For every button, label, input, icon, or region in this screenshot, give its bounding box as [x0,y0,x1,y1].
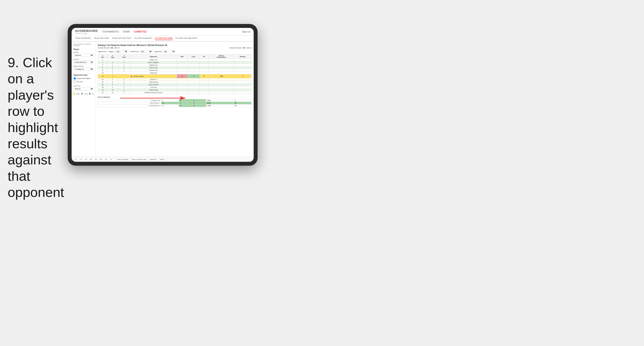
conference-filter-select[interactable]: (All) [139,50,152,53]
division-record: Division Record: 331 - 34 - 6 [230,47,252,49]
division-label: Division [73,58,94,60]
toolbar-refresh[interactable]: ⟳ [84,158,88,161]
subnav-team-summary[interactable]: TEAM SUMMARY [75,37,91,40]
table-row[interactable]: 18 2 2 Luna Lee [98,86,252,89]
toolbar-divider [114,158,115,161]
radio-opponents-played[interactable]: Opponents Played [73,77,94,80]
sign-out-link[interactable]: Sign out [242,30,250,33]
bottom-toolbar: ↩ ↪ ⟳ ⊞ ⊟ ⊕ ⊛ ⏱ View: Original Save Cust… [72,157,254,162]
toolbar-settings[interactable]: ⊛ [104,158,108,161]
logo-text: SCOREBOARD [75,29,98,32]
table-row[interactable]: 3 1 Esther Lee [98,59,252,61]
dot-down-label: Down [76,93,80,95]
record-row: Overall Record: 353 - 34 - 6 Division Re… [98,47,252,49]
nav-teams[interactable]: TEAMS [122,30,130,34]
th-loss: Loss [187,54,200,59]
legend-dots: Down Level Up [73,93,94,95]
left-panel: Last Updated: 27/03/2024 16:55:28 Player… [72,42,96,157]
radio-top100[interactable]: Top 100 [73,80,94,83]
nav-committee[interactable]: COMMITTEE [134,30,146,34]
table-row[interactable]: 6 1 3 Sydney Kuo [98,64,252,66]
toolbar-plus[interactable]: ⊕ [99,158,102,161]
toolbar-grid[interactable]: ⊞ [89,158,92,161]
page-title: Katelyn Vo Head-to-Head Grid for Women's… [98,44,252,46]
filter-opponent: Opponent (All) [154,50,176,53]
dot-up-label: Up [92,93,94,95]
th-div: #Div [98,54,108,59]
toolbar-redo[interactable]: ↪ [79,158,82,161]
filter-row: Opponents: Region (All) Conference (All) [98,50,252,53]
logo-area: SCOREBOARD Powered by clippi [75,29,98,34]
table-row-jessica-huang[interactable]: 13 1 ▶ Jessica Huang 0 1 0 -3.00 2 [98,74,252,78]
th-reg: #Reg [108,54,118,59]
division-select[interactable]: NCAA Division III [73,61,94,64]
subnav-team-h2h-grid[interactable]: TEAM H2H GRID [94,37,109,40]
gender-label: Gender [73,51,94,53]
colour-by-label: Colour by [73,85,94,87]
dot-level-label: Level [84,93,88,95]
th-tie: Tie [200,54,208,59]
annotation-description: Click on a player's row to highlight res… [8,55,64,200]
overall-record: Overall Record: 353 - 34 - 6 [98,47,120,49]
subnav-team-h2h-heatmap[interactable]: TEAM H2H HEATMAP [112,37,132,40]
dot-down [73,93,75,95]
nav-tournaments[interactable]: TOURNAMENTS [102,30,119,34]
gender-select[interactable]: Women's [73,54,94,57]
colour-by-select[interactable]: Win/loss [73,87,94,90]
table-row[interactable]: 15 8 5 Stella Cheng [98,81,252,83]
filter-opponents-label: Opponents: [98,51,107,52]
annotation-text: 9. Click on a player's row to highlight … [8,54,64,200]
colour-section: Colour by Win/loss Down Level Up [73,85,94,95]
table-row[interactable]: 14 7 4 Eunice Yi [98,78,252,81]
table-row[interactable]: 5 2 2 Alexis Sudjianto [98,61,252,64]
toolbar-view-original[interactable]: View: Original [116,158,129,161]
player-name-jessica: Jessica Huang [134,75,144,77]
opponent-filter-select[interactable]: (All) [162,50,176,53]
annotation-arrow [120,92,190,105]
toolbar-minus[interactable]: ⊟ [94,158,98,161]
logo-sub: Powered by clippi [75,32,98,34]
table-row[interactable]: 16 9 1 Jessica Mason [98,83,252,86]
filter-region: Region (All) [108,50,128,53]
h2h-grid-table: #Div #Reg #Conf Opponent Win Loss Tie Di… [98,54,252,94]
table-row[interactable]: 9 1 4 Sharon Mun [98,66,252,69]
last-updated: Last Updated: 27/03/2024 16:55:28 [73,43,94,46]
toolbar-clock[interactable]: ⏱ [109,158,113,161]
toolbar-share[interactable]: Share [159,158,165,161]
player-rank-select[interactable]: 8. Katelyn Vo [73,68,94,71]
dot-level [81,93,82,95]
subnav-player-h2h-grid[interactable]: PLAYER H2H GRID [155,37,173,40]
table-row[interactable]: 19 10 6 Emily Chang [98,89,252,91]
dot-up [89,93,90,95]
player-section-title: Player [73,48,94,50]
th-opponent: Opponent [130,54,177,59]
th-win: Win [177,54,188,59]
table-header-row: #Div #Reg #Conf Opponent Win Loss Tie Di… [98,54,252,59]
ood-row-ncaa2[interactable]: NCAA Division 2 5 0 0 7.400 10 [98,104,252,107]
table-row[interactable]: 10 6 3 Andrea York [98,69,252,72]
toolbar-undo[interactable]: ↩ [74,158,78,161]
player-rank-label: Player (Rank) [73,65,94,67]
filter-conference: Conference (All) [130,50,152,53]
sub-nav: TEAM SUMMARY TEAM H2H GRID TEAM H2H HEAT… [72,35,254,42]
nav-bar: SCOREBOARD Powered by clippi TOURNAMENTS… [72,28,254,35]
opponent-view-section: Opponent view Opponents Played Top 100 [73,74,94,83]
table-row[interactable]: 13 1 Haeji Hyun [98,72,252,74]
opponent-view-title: Opponent view [73,74,94,76]
th-rounds: Rounds [234,54,252,59]
th-diff: Diff AvStrokes/Rnd [208,54,234,59]
nav-links: TOURNAMENTS TEAMS COMMITTEE [102,30,242,34]
toolbar-save-custom[interactable]: Save Custom View [131,158,147,161]
subnav-player-summary[interactable]: PLAYER SUMMARY [134,37,152,40]
step-number: 9. [8,55,19,70]
subnav-player-h2h-heatmap[interactable]: PLAYER H2H HEATMAP [175,37,197,40]
toolbar-watch[interactable]: Watch ▾ [149,158,157,161]
th-conf: #Conf [118,54,130,59]
region-filter-select[interactable]: (All) [115,50,128,53]
row-arrow-icon: ▶ [131,75,133,77]
